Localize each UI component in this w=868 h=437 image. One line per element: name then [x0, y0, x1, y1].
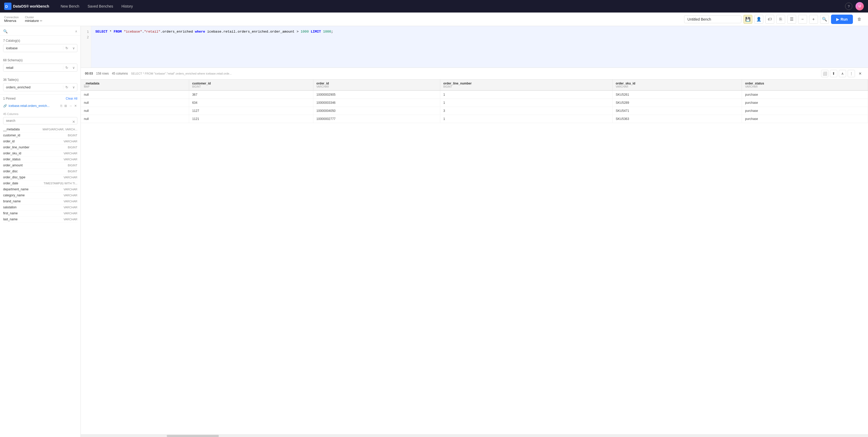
cluster-label: Cluster: [25, 16, 42, 19]
brand-text: DataOS® workbench: [13, 4, 49, 8]
column-search-clear-icon[interactable]: ✕: [72, 120, 75, 124]
column-list-item: last_nameVARCHAR: [3, 216, 78, 223]
pinned-arrow-icon[interactable]: →: [68, 104, 73, 108]
sql-editor: 1 2 SELECT * FROM "icebase"."retail".ord…: [81, 26, 868, 68]
table-cell: 1121: [189, 115, 313, 123]
pinned-close-icon[interactable]: ✕: [74, 104, 78, 108]
tag-button[interactable]: 🏷: [765, 15, 774, 24]
column-type: TIMESTAMP(6) WITH TI...: [43, 182, 78, 185]
format-button[interactable]: ☰: [787, 15, 796, 24]
results-column-header: order_sku_idVARCHAR: [613, 80, 742, 90]
column-type: VARCHAR: [64, 158, 78, 161]
results-export-button[interactable]: ⬆: [830, 70, 837, 77]
nav-history[interactable]: History: [118, 3, 136, 10]
add-user-button[interactable]: 👤: [754, 15, 763, 24]
table-refresh-icon[interactable]: ↻: [63, 85, 70, 89]
zoom-out-button[interactable]: −: [798, 15, 807, 24]
pinned-item-name[interactable]: icebase.retail.orders_enrich...: [9, 104, 58, 108]
table-cell: 1: [440, 90, 613, 99]
nav-new-bench[interactable]: New Bench: [58, 3, 83, 10]
results-rows: 158 rows: [96, 72, 109, 75]
table-cell: SKU5471: [613, 107, 742, 115]
catalogs-label: 7 Catalog(s): [3, 39, 78, 42]
horizontal-scrollbar[interactable]: [81, 434, 868, 437]
top-nav: D DataOS® workbench New Bench Saved Benc…: [0, 0, 868, 12]
column-name: brand_name: [3, 200, 21, 203]
sql-editor-content[interactable]: SELECT * FROM "icebase"."retail".orders_…: [91, 26, 868, 67]
column-name: order_status: [3, 157, 21, 161]
svg-text:D: D: [5, 4, 8, 9]
table-cell: purchase: [742, 90, 868, 99]
sidebar-collapse-button[interactable]: ∧: [75, 29, 78, 33]
save-button[interactable]: 💾: [743, 15, 752, 24]
pinned-table-icon[interactable]: ⊞: [64, 104, 67, 108]
results-column-header: customer_idBIGINT: [189, 80, 313, 90]
help-icon[interactable]: ?: [845, 3, 852, 10]
table-chevron-icon[interactable]: ∨: [70, 85, 77, 89]
column-list-item: order_amountBIGINT: [3, 163, 78, 169]
column-type: BIGINT: [68, 134, 78, 137]
results-table-head: _metadataMAPcustomer_idBIGINTorder_idVAR…: [81, 80, 868, 90]
column-type: VARCHAR: [64, 212, 78, 215]
column-type: BIGINT: [68, 170, 78, 173]
column-name: order_amount: [3, 164, 23, 167]
cluster-edit-icon[interactable]: ✏: [40, 19, 42, 23]
column-name: order_id: [3, 140, 14, 143]
column-name: first_name: [3, 211, 18, 215]
catalog-refresh-icon[interactable]: ↻: [63, 46, 70, 50]
nav-saved-benches[interactable]: Saved Benches: [84, 3, 116, 10]
column-list-item: customer_idBIGINT: [3, 133, 78, 139]
column-search-wrapper: ✕: [0, 117, 81, 126]
column-list-item: order_idVARCHAR: [3, 139, 78, 144]
copy-button[interactable]: ⎘: [776, 15, 785, 24]
table-cell: 10000003346: [313, 99, 440, 107]
column-name: __metadata: [3, 127, 20, 131]
search-editor-button[interactable]: 🔍: [820, 15, 829, 24]
run-button[interactable]: ▶ Run: [831, 14, 853, 24]
catalog-select[interactable]: icebase: [3, 44, 63, 52]
table-cell: purchase: [742, 107, 868, 115]
column-type: VARCHAR: [64, 206, 78, 209]
results-close-button[interactable]: ✕: [857, 70, 864, 77]
table-cell: 10000004050: [313, 107, 440, 115]
column-name: last_name: [3, 217, 18, 221]
zoom-in-button[interactable]: +: [809, 15, 818, 24]
horizontal-scrollbar-thumb[interactable]: [167, 435, 219, 437]
results-panel: 00:03 158 rows 45 columns SELECT * FROM …: [81, 68, 868, 437]
results-more-button[interactable]: ⋮: [848, 70, 855, 77]
main-layout: 🔍 ∧ 7 Catalog(s) icebase ↻ ∨ 68 Schema(s…: [0, 26, 868, 437]
dataos-logo-icon: D: [4, 3, 11, 10]
results-collapse-button[interactable]: ∧: [839, 70, 846, 77]
column-list-item: order_disc_typeVARCHAR: [3, 174, 78, 180]
pinned-copy-icon[interactable]: ⎘: [60, 104, 63, 108]
table-cell: 1: [440, 99, 613, 107]
column-type: VARCHAR: [64, 176, 78, 179]
user-avatar[interactable]: U: [856, 2, 864, 10]
right-content: 1 2 SELECT * FROM "icebase"."retail".ord…: [81, 26, 868, 437]
column-list-item: __metadataMAP(VARCHAR, VARCH...: [3, 126, 78, 133]
column-name: order_sku_id: [3, 151, 21, 155]
column-name: order_disc_type: [3, 175, 25, 179]
sidebar-search-bar: 🔍 ∧: [0, 26, 81, 36]
column-list-item: brand_nameVARCHAR: [3, 198, 78, 204]
bench-name-input[interactable]: [684, 16, 741, 23]
schema-chevron-icon[interactable]: ∨: [70, 66, 77, 69]
schema-refresh-icon[interactable]: ↻: [63, 66, 70, 69]
results-table-wrapper[interactable]: _metadataMAPcustomer_idBIGINTorder_idVAR…: [81, 80, 868, 434]
tables-section: 36 Table(s) orders_enriched ↻ ∨: [0, 75, 81, 94]
column-search-input[interactable]: [3, 117, 78, 124]
delete-bench-button[interactable]: 🗑: [855, 15, 864, 24]
catalog-select-wrapper: icebase ↻ ∨: [3, 44, 78, 52]
column-list-item: salutationVARCHAR: [3, 204, 78, 210]
column-name: order_line_number: [3, 145, 29, 149]
schema-select-wrapper: retail ↻ ∨: [3, 64, 78, 72]
nav-links: New Bench Saved Benches History: [58, 3, 136, 10]
schema-select[interactable]: retail: [3, 64, 63, 71]
clear-all-button[interactable]: Clear All: [66, 97, 78, 100]
connection-value: Minerva: [4, 19, 19, 23]
catalog-chevron-icon[interactable]: ∨: [70, 46, 77, 50]
results-expand-button[interactable]: ⬜: [821, 70, 828, 77]
column-type: VARCHAR: [64, 194, 78, 197]
pinned-item: 🔗 icebase.retail.orders_enrich... ⎘ ⊞ → …: [3, 103, 78, 109]
table-select[interactable]: orders_enriched: [3, 83, 63, 91]
